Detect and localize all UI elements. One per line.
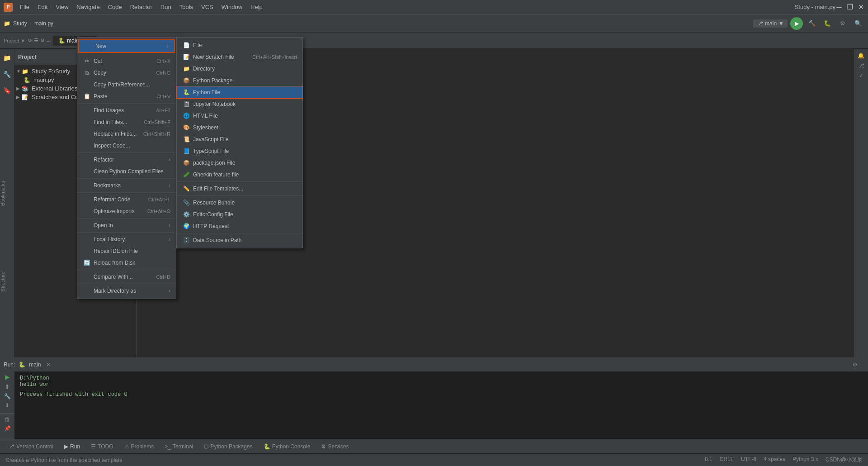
cm-new-edit-templates[interactable]: ✏️ Edit File Templates... (177, 183, 302, 195)
run-stop-icon[interactable]: ⬆ (5, 383, 10, 390)
tab-python-console[interactable]: 🐍 Python Console (259, 442, 315, 451)
cm-repair-ide[interactable]: Repair IDE on File (77, 245, 176, 257)
build-button[interactable]: 🔨 (806, 17, 818, 30)
menu-refactor[interactable]: Refactor (127, 3, 156, 11)
run-play-icon[interactable]: ▶ (5, 373, 10, 380)
collapse-icon[interactable]: ☰ (34, 38, 38, 43)
cm-new-javascript[interactable]: 📜 JavaScript File (177, 133, 302, 145)
menu-help[interactable]: Help (247, 3, 266, 11)
run-pin-icon[interactable]: 📌 (4, 425, 11, 432)
cm-find-usages[interactable]: Find Usages Alt+F7 (77, 105, 176, 116)
cm-clean-compiled[interactable]: Clean Python Compiled Files (77, 166, 176, 177)
tab-version-control[interactable]: ⎇ Version Control (4, 442, 58, 451)
notifications-icon[interactable]: 🔔 (858, 52, 864, 59)
structure-sidebar-icon[interactable]: 🔧 (2, 69, 13, 80)
cm-new-typescript[interactable]: 📘 TypeScript File (177, 145, 302, 157)
status-right: 8:1 CRLF UTF-8 4 spaces Python 3.x CSDN@… (705, 456, 863, 464)
line-ending[interactable]: CRLF (720, 456, 734, 464)
run-collapse-icon[interactable]: – (861, 361, 864, 368)
run-scroll-icon[interactable]: ⬇ (5, 402, 9, 409)
cm-new[interactable]: New › (78, 39, 175, 53)
branch-selector[interactable]: ⎇ main ▼ (753, 19, 788, 28)
tab-terminal[interactable]: >_ Terminal (160, 442, 198, 451)
menu-file[interactable]: File (16, 3, 33, 11)
tab-run[interactable]: ▶ Run (60, 442, 85, 451)
cm-new-scratch-file[interactable]: 📝 New Scratch File Ctrl+Alt+Shift+Insert (177, 51, 302, 63)
cm-new-python-package[interactable]: 📦 Python Package (177, 75, 302, 86)
cm-refactor-arrow: › (169, 157, 170, 163)
close-panel-icon[interactable]: – (47, 38, 49, 43)
cm-new-stylesheet[interactable]: 🎨 Stylesheet (177, 122, 302, 133)
cm-new-resource-bundle[interactable]: 📎 Resource Bundle (177, 197, 302, 209)
project-sidebar-icon[interactable]: 📁 (2, 52, 13, 63)
cm-paste[interactable]: 📋 Paste Ctrl+V (77, 90, 176, 102)
sync-icon[interactable]: ⟳ (28, 38, 32, 43)
cm-new-python-file[interactable]: 🐍 Python File (177, 86, 302, 98)
cm-new-data-source[interactable]: 🗄️ Data Source in Path (177, 234, 302, 246)
cm-reformat[interactable]: Reformat Code Ctrl+Alt+L (77, 194, 176, 205)
cm-new-jupyter[interactable]: 📓 Jupyter Notebook (177, 98, 302, 110)
terminal-icon: >_ (165, 443, 171, 450)
toolbar-project[interactable]: Study (13, 20, 27, 27)
cm-bookmarks[interactable]: Bookmarks › (77, 180, 176, 191)
cm-copy[interactable]: ⧉ Copy Ctrl+C (77, 67, 176, 79)
menu-code[interactable]: Code (104, 3, 126, 11)
cm-find-in-files[interactable]: Find in Files... Ctrl+Shift+F (77, 116, 176, 128)
cm-new-directory-label: Directory (193, 66, 215, 72)
run-clear-icon[interactable]: 🗑 (5, 416, 10, 423)
tab-problems[interactable]: ⚠ Problems (120, 442, 159, 451)
cm-compare-with[interactable]: Compare With... Ctrl+D (77, 271, 176, 283)
menu-view[interactable]: View (52, 3, 72, 11)
debug-button[interactable]: 🐛 (821, 17, 834, 30)
cm-cut[interactable]: ✂ Cut Ctrl+X (77, 55, 176, 67)
settings-button[interactable]: ⚙ (836, 17, 849, 30)
menu-tools[interactable]: Tools (176, 3, 197, 11)
settings-gear-icon[interactable]: ⚙ (40, 38, 45, 43)
menu-window[interactable]: Window (218, 3, 246, 11)
toolbar-file[interactable]: main.py (34, 20, 53, 27)
tab-python-packages[interactable]: ⬡ Python Packages (199, 442, 257, 451)
cm-local-history[interactable]: Local History › (77, 233, 176, 245)
minimize-button[interactable]: ─ (835, 4, 843, 11)
git-icon[interactable]: ⎇ (858, 62, 864, 69)
cm-new-gherkin[interactable]: 🥒 Gherkin feature file (177, 169, 302, 181)
cm-new-http-request[interactable]: 🌍 HTTP Request (177, 220, 302, 232)
project-nav-label[interactable]: Project ▼ (4, 38, 25, 43)
titlebar: P File Edit View Navigate Code Refactor … (0, 0, 868, 14)
cm-new-package-json[interactable]: 📦 package.json File (177, 157, 302, 169)
encoding[interactable]: UTF-8 (741, 456, 756, 464)
cm-open-in[interactable]: Open In › (77, 219, 176, 231)
inspect-icon[interactable]: ✓ (859, 72, 863, 79)
todo-label: TODO (98, 443, 113, 450)
cursor-position[interactable]: 8:1 (705, 456, 712, 464)
cm-reload-disk[interactable]: 🔄 Reload from Disk (77, 257, 176, 269)
tab-todo[interactable]: ☰ TODO (86, 442, 118, 451)
language-info[interactable]: Python 3.x (793, 456, 818, 464)
menu-run[interactable]: Run (157, 3, 175, 11)
run-settings-icon[interactable]: ⚙ (853, 361, 858, 368)
cm-optimize-imports[interactable]: Optimize Imports Ctrl+Alt+O (77, 205, 176, 217)
run-close-icon[interactable]: ✕ (46, 361, 51, 368)
run-button[interactable]: ▶ (790, 17, 803, 30)
cm-copy-path[interactable]: Copy Path/Reference... (77, 79, 176, 90)
close-button[interactable]: ✕ (857, 4, 864, 11)
cm-new-html[interactable]: 🌐 HTML File (177, 110, 302, 122)
cm-refactor[interactable]: Refactor › (77, 154, 176, 166)
cm-new-file[interactable]: 📄 File (177, 39, 302, 51)
menu-navigate[interactable]: Navigate (73, 3, 103, 11)
menu-vcs[interactable]: VCS (198, 3, 217, 11)
cm-mark-directory[interactable]: Mark Directory as › (77, 285, 176, 297)
maximize-button[interactable]: ❐ (846, 4, 854, 11)
tab-services[interactable]: ⚙ Services (316, 442, 353, 451)
search-button[interactable]: 🔍 (852, 17, 864, 30)
cm-replace-in-files[interactable]: Replace in Files... Ctrl+Shift+R (77, 128, 176, 140)
cm-new-editorconfig[interactable]: ⚙️ EditorConfig File (177, 209, 302, 220)
indent-info[interactable]: 4 spaces (764, 456, 785, 464)
cm-new-directory[interactable]: 📁 Directory (177, 63, 302, 75)
bookmarks-sidebar-icon[interactable]: 🔖 (2, 85, 13, 96)
cm-reformat-shortcut: Ctrl+Alt+L (148, 197, 170, 202)
cm-new-file-label: File (193, 42, 202, 48)
cm-inspect-code[interactable]: Inspect Code... (77, 140, 176, 152)
menu-edit[interactable]: Edit (34, 3, 51, 11)
run-tool-icon[interactable]: 🔧 (4, 393, 11, 399)
